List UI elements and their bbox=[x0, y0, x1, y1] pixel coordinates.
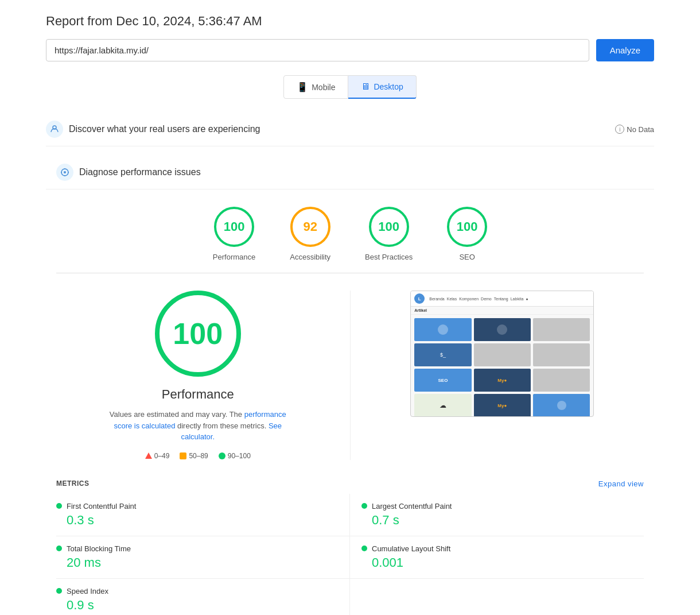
svg-point-3 bbox=[64, 168, 65, 169]
metric-tbt-label: Total Blocking Time bbox=[67, 544, 131, 553]
score-label-best-practices: Best Practices bbox=[365, 253, 413, 261]
score-accessibility[interactable]: 92 Accessibility bbox=[290, 207, 330, 261]
metric-si-dot bbox=[56, 588, 62, 594]
metrics-header: METRICS Expand view bbox=[56, 471, 644, 494]
perf-right: L BerandaKelasKomponenDemoTentangLabkita… bbox=[351, 291, 643, 417]
big-score-circle: 100 bbox=[155, 291, 241, 377]
svg-point-2 bbox=[64, 171, 66, 173]
ss-card-6 bbox=[533, 343, 590, 366]
desktop-icon: 🖥 bbox=[361, 82, 370, 92]
score-circle-seo: 100 bbox=[447, 207, 487, 247]
metric-fcp-value: 0.3 s bbox=[56, 513, 338, 528]
ss-card-5 bbox=[474, 343, 531, 366]
scores-row: 100 Performance 92 Accessibility 100 Bes… bbox=[46, 189, 654, 273]
svg-point-4 bbox=[64, 175, 65, 176]
ss-card-1 bbox=[414, 318, 471, 341]
metric-si-label-row: Speed Index bbox=[56, 587, 338, 595]
metric-fcp: First Contentful Paint 0.3 s bbox=[56, 494, 350, 536]
metric-cls-label-row: Cumulative Layout Shift bbox=[361, 544, 644, 553]
metric-si-label: Speed Index bbox=[67, 587, 108, 595]
legend-orange-icon bbox=[180, 452, 186, 459]
metric-cls-value: 0.001 bbox=[361, 555, 644, 570]
url-input[interactable] bbox=[46, 39, 589, 61]
metric-tbt-dot bbox=[56, 546, 62, 551]
metric-lcp-label-row: Largest Contentful Paint bbox=[361, 502, 644, 510]
legend-triangle-icon bbox=[145, 452, 152, 459]
score-circle-performance: 100 bbox=[214, 207, 254, 247]
no-data-badge: i No Data bbox=[615, 125, 654, 134]
page-container: Report from Dec 10, 2024, 5:36:47 AM Ana… bbox=[34, 0, 666, 615]
diagnose-header: Diagnose performance issues bbox=[46, 156, 654, 189]
perf-title: Performance bbox=[162, 387, 234, 402]
metric-cls-dot bbox=[361, 546, 367, 551]
legend-average: 50–89 bbox=[180, 452, 208, 460]
ss-content: $_ SEO My● ☁ bbox=[411, 315, 593, 416]
expand-view-button[interactable]: Expand view bbox=[598, 479, 644, 488]
metric-cls-label: Cumulative Layout Shift bbox=[372, 544, 450, 553]
screenshot-inner: L BerandaKelasKomponenDemoTentangLabkita… bbox=[411, 291, 593, 416]
tab-desktop-label: Desktop bbox=[374, 82, 403, 91]
metrics-title: METRICS bbox=[56, 479, 90, 488]
ss-card-4: $_ bbox=[414, 343, 471, 366]
svg-point-6 bbox=[68, 172, 69, 173]
score-best-practices[interactable]: 100 Best Practices bbox=[365, 207, 413, 261]
metric-fcp-label-row: First Contentful Paint bbox=[56, 502, 338, 510]
metric-fcp-dot bbox=[56, 503, 62, 509]
diagnose-section: Diagnose performance issues 100 Performa… bbox=[46, 156, 654, 615]
tabs-row: 📱 Mobile 🖥 Desktop bbox=[46, 75, 654, 99]
ss-topbar: L BerandaKelasKomponenDemoTentangLabkita… bbox=[411, 291, 593, 307]
report-title: Report from Dec 10, 2024, 5:36:47 AM bbox=[46, 14, 654, 29]
ss-card-3 bbox=[533, 318, 590, 341]
legend-good: 90–100 bbox=[219, 452, 251, 460]
performance-detail: 100 Performance Values are estimated and… bbox=[46, 273, 654, 471]
metrics-grid: First Contentful Paint 0.3 s Largest Con… bbox=[56, 494, 644, 616]
metric-tbt-label-row: Total Blocking Time bbox=[56, 544, 338, 553]
score-performance[interactable]: 100 Performance bbox=[213, 207, 255, 261]
ss-card-9 bbox=[533, 369, 590, 392]
metric-tbt-value: 20 ms bbox=[56, 555, 338, 570]
mobile-icon: 📱 bbox=[297, 82, 308, 92]
ss-card-8: My● bbox=[474, 369, 531, 392]
analyze-button[interactable]: Analyze bbox=[596, 39, 654, 61]
url-bar-row: Analyze bbox=[46, 39, 654, 61]
score-seo[interactable]: 100 SEO bbox=[447, 207, 487, 261]
metric-lcp-label: Largest Contentful Paint bbox=[372, 502, 452, 510]
perf-desc: Values are estimated and may vary. The p… bbox=[106, 409, 290, 443]
real-users-title: Discover what your real users are experi… bbox=[69, 124, 260, 134]
legend-row: 0–49 50–89 90–100 bbox=[145, 452, 251, 460]
metric-si-value: 0.9 s bbox=[56, 598, 338, 613]
metric-si: Speed Index 0.9 s bbox=[56, 579, 350, 616]
svg-point-5 bbox=[61, 172, 62, 173]
perf-left: 100 Performance Values are estimated and… bbox=[57, 291, 351, 460]
ss-card-7: SEO bbox=[414, 369, 471, 392]
score-label-performance: Performance bbox=[213, 253, 255, 261]
ss-card-10: ☁ bbox=[414, 394, 471, 416]
tab-mobile-label: Mobile bbox=[312, 83, 335, 92]
real-users-section: Discover what your real users are experi… bbox=[46, 113, 654, 146]
no-data-label: No Data bbox=[627, 125, 654, 134]
info-icon: i bbox=[615, 125, 624, 134]
metric-cls: Cumulative Layout Shift 0.001 bbox=[350, 536, 644, 579]
tab-desktop[interactable]: 🖥 Desktop bbox=[348, 75, 416, 99]
score-label-seo: SEO bbox=[459, 253, 475, 261]
ss-nav-items: BerandaKelasKomponenDemoTentangLabkita● bbox=[429, 297, 528, 301]
metric-lcp: Largest Contentful Paint 0.7 s bbox=[350, 494, 644, 536]
metrics-section: METRICS Expand view First Contentful Pai… bbox=[46, 471, 654, 616]
metric-tbt: Total Blocking Time 20 ms bbox=[56, 536, 350, 579]
diagnose-title: Diagnose performance issues bbox=[79, 167, 201, 177]
real-users-icon bbox=[46, 121, 63, 138]
tab-mobile[interactable]: 📱 Mobile bbox=[283, 75, 348, 99]
score-circle-best-practices: 100 bbox=[369, 207, 409, 247]
screenshot-preview: L BerandaKelasKomponenDemoTentangLabkita… bbox=[410, 291, 594, 417]
metric-lcp-value: 0.7 s bbox=[361, 513, 644, 528]
diagnose-icon bbox=[56, 164, 73, 181]
ss-card-11: My● bbox=[474, 394, 531, 416]
score-circle-accessibility: 92 bbox=[290, 207, 330, 247]
ss-card-2 bbox=[474, 318, 531, 341]
legend-bad: 0–49 bbox=[145, 452, 170, 460]
metric-fcp-label: First Contentful Paint bbox=[67, 502, 136, 510]
legend-green-icon bbox=[219, 452, 225, 459]
ss-card-12 bbox=[533, 394, 590, 416]
metric-lcp-dot bbox=[361, 503, 367, 509]
score-label-accessibility: Accessibility bbox=[290, 253, 330, 261]
